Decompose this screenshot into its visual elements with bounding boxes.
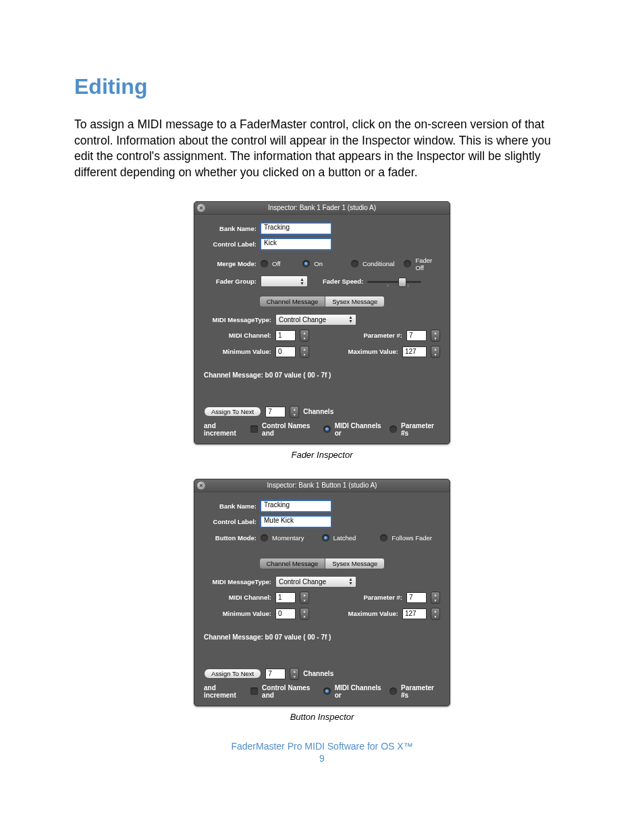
- increment-control-names-checkbox[interactable]: [250, 687, 258, 695]
- fader-group-select[interactable]: ▲▼: [261, 276, 308, 287]
- increment-parameter-radio[interactable]: [390, 687, 397, 695]
- intro-paragraph: To assign a MIDI message to a FaderMaste…: [74, 117, 570, 181]
- chevron-updown-icon: ▲▼: [348, 315, 353, 323]
- page-number: 9: [74, 753, 570, 764]
- increment-midi-channels-text: MIDI Channels or: [335, 684, 385, 699]
- channel-message-value: b0 07 value ( 00 - 7f ): [265, 633, 331, 641]
- tab-sysex-message[interactable]: Sysex Message: [325, 296, 385, 307]
- fader-inspector-window: × Inspector: Bank 1 Fader 1 (studio A) B…: [194, 201, 450, 444]
- mode-follows-text: Follows Fader: [392, 534, 432, 542]
- midi-message-type-select[interactable]: Control Change ▲▼: [275, 576, 356, 588]
- increment-parameter-text: Parameter #s: [401, 684, 440, 699]
- mode-momentary-text: Momentary: [272, 534, 304, 542]
- control-label-label: Control Label:: [204, 240, 257, 248]
- window-title: Inspector: Bank 1 Button 1 (studio A): [267, 481, 377, 489]
- max-value-stepper[interactable]: ▲▼: [431, 346, 440, 358]
- merge-faderoff-radio[interactable]: [404, 260, 411, 267]
- increment-label: and increment: [204, 422, 246, 437]
- assign-count-stepper[interactable]: ▲▼: [290, 406, 299, 418]
- chevron-updown-icon: ▲▼: [300, 278, 304, 286]
- min-value-input[interactable]: 0: [275, 608, 296, 619]
- min-value-stepper[interactable]: ▲▼: [300, 346, 309, 358]
- mode-follows-radio[interactable]: [380, 534, 387, 542]
- increment-control-names-text: Control Names and: [262, 684, 319, 699]
- midi-message-type-select[interactable]: Control Change ▲▼: [275, 314, 356, 325]
- fader-group-label: Fader Group:: [204, 278, 257, 285]
- assign-channels-text: Channels: [303, 408, 333, 415]
- min-value-label: Minimum Value:: [204, 348, 271, 355]
- min-value-input[interactable]: 0: [275, 346, 296, 357]
- parameter-stepper[interactable]: ▲▼: [431, 592, 440, 604]
- assign-count-input[interactable]: 7: [265, 669, 286, 679]
- channel-message-label: Channel Message:: [204, 633, 263, 641]
- chevron-updown-icon: ▲▼: [348, 577, 353, 585]
- tab-channel-message[interactable]: Channel Message: [259, 296, 326, 307]
- merge-on-radio[interactable]: [302, 260, 310, 267]
- increment-parameter-text: Parameter #s: [401, 422, 440, 437]
- assign-to-next-button[interactable]: Assign To Next: [204, 669, 261, 679]
- bank-name-label: Bank Name:: [204, 225, 257, 232]
- min-value-label: Minimum Value:: [204, 610, 271, 617]
- bank-name-input[interactable]: Tracking: [261, 500, 331, 512]
- midi-message-type-label: MIDI MessageType:: [204, 578, 271, 585]
- increment-midi-channels-text: MIDI Channels or: [335, 422, 385, 437]
- fader-speed-label: Fader Speed:: [323, 278, 363, 285]
- merge-mode-label: Merge Mode:: [204, 260, 257, 267]
- bank-name-input[interactable]: Tracking: [261, 223, 331, 234]
- channel-message-label: Channel Message:: [204, 371, 263, 379]
- increment-control-names-text: Control Names and: [262, 422, 319, 437]
- button-inspector-window: × Inspector: Bank 1 Button 1 (studio A) …: [194, 479, 450, 706]
- increment-label: and increment: [204, 684, 246, 699]
- assign-count-stepper[interactable]: ▲▼: [290, 668, 299, 680]
- parameter-input[interactable]: 7: [406, 330, 427, 341]
- max-value-input[interactable]: 127: [402, 608, 427, 619]
- min-value-stepper[interactable]: ▲▼: [300, 608, 309, 620]
- parameter-stepper[interactable]: ▲▼: [431, 330, 440, 342]
- button-inspector-caption: Button Inspector: [194, 712, 450, 722]
- mode-latched-text: Latched: [333, 534, 356, 542]
- merge-off-text: Off: [272, 260, 281, 267]
- control-label-input[interactable]: Kick: [261, 238, 331, 250]
- assign-to-next-button[interactable]: Assign To Next: [204, 407, 261, 417]
- max-value-label: Maximum Value:: [348, 610, 398, 617]
- assign-count-input[interactable]: 7: [265, 407, 286, 417]
- merge-conditional-text: Conditional: [363, 260, 395, 267]
- increment-midi-channels-radio[interactable]: [323, 687, 331, 695]
- window-title: Inspector: Bank 1 Fader 1 (studio A): [268, 204, 376, 211]
- midi-channel-input[interactable]: 1: [275, 330, 296, 341]
- midi-message-type-label: MIDI MessageType:: [204, 316, 271, 323]
- max-value-stepper[interactable]: ▲▼: [431, 608, 440, 620]
- merge-faderoff-text: Fader Off: [415, 257, 440, 271]
- increment-midi-channels-radio[interactable]: [323, 425, 331, 433]
- tab-sysex-message[interactable]: Sysex Message: [325, 558, 385, 569]
- max-value-label: Maximum Value:: [348, 348, 398, 355]
- fader-speed-slider[interactable]: [367, 276, 421, 288]
- mode-momentary-radio[interactable]: [261, 534, 268, 542]
- section-heading: Editing: [74, 74, 570, 99]
- tab-channel-message[interactable]: Channel Message: [259, 558, 326, 569]
- fader-inspector-caption: Fader Inspector: [194, 450, 450, 460]
- increment-parameter-radio[interactable]: [390, 425, 397, 433]
- midi-channel-stepper[interactable]: ▲▼: [300, 330, 309, 342]
- midi-channel-stepper[interactable]: ▲▼: [300, 592, 309, 604]
- midi-channel-input[interactable]: 1: [275, 592, 296, 603]
- control-label-input[interactable]: Mute Kick: [261, 516, 331, 527]
- midi-channel-label: MIDI Channel:: [204, 594, 271, 601]
- mode-latched-radio[interactable]: [322, 534, 329, 542]
- parameter-label: Parameter #:: [363, 332, 402, 339]
- control-label-label: Control Label:: [204, 518, 257, 525]
- max-value-input[interactable]: 127: [402, 346, 427, 357]
- merge-off-radio[interactable]: [261, 260, 268, 267]
- parameter-input[interactable]: 7: [406, 592, 427, 603]
- bank-name-label: Bank Name:: [204, 502, 257, 510]
- increment-control-names-checkbox[interactable]: [250, 425, 258, 433]
- merge-conditional-radio[interactable]: [351, 260, 358, 267]
- channel-message-value: b0 07 value ( 00 - 7f ): [265, 371, 331, 379]
- button-mode-label: Button Mode:: [204, 534, 257, 542]
- footer-text: FaderMaster Pro MIDI Software for OS X™: [74, 741, 570, 752]
- assign-channels-text: Channels: [303, 670, 333, 677]
- close-icon[interactable]: ×: [197, 481, 205, 490]
- parameter-label: Parameter #:: [363, 594, 402, 601]
- close-icon[interactable]: ×: [197, 204, 205, 212]
- merge-on-text: On: [314, 260, 323, 267]
